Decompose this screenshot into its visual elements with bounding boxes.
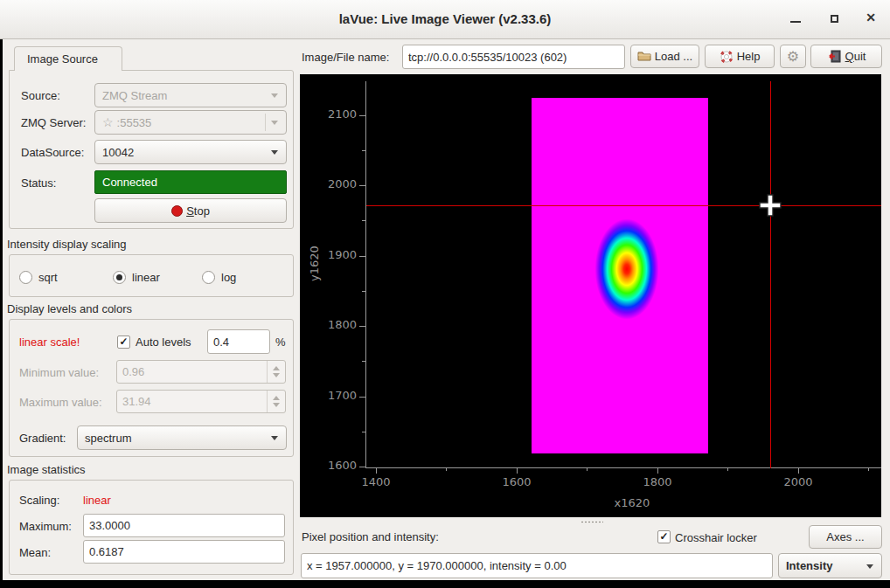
help-button-label: Help [737,50,761,63]
status-badge: Connected [94,170,287,194]
quit-button[interactable]: Quit [810,45,882,68]
levels-section-title: Display levels and colors [7,302,132,315]
quit-door-icon [827,50,842,63]
gradient-label: Gradient: [19,432,66,445]
minimum-value-label: Minimum value: [19,366,99,379]
y-tick [359,467,365,467]
y-tick [359,326,365,327]
spinbox-arrows [267,361,285,383]
load-button-label: Load ... [655,50,692,63]
zmq-server-value: :55535 [117,116,152,129]
y-tick [359,256,365,257]
checkmark-icon: ✓ [119,336,128,348]
y-tick [359,185,365,186]
y-minor-tick [362,432,365,432]
scaling-section-title: Intensity display scaling [7,238,127,251]
radio-sqrt[interactable] [19,271,32,284]
y-tick-label: 2000 [304,177,357,190]
axes-button-label: Axes ... [826,530,864,543]
chevron-down-icon [866,564,873,569]
x-axis-line [365,467,881,468]
axes-button[interactable]: Axes ... [809,525,882,549]
auto-levels-checkbox[interactable]: ✓ [117,336,130,349]
chevron-down-icon [271,93,278,98]
radio-sqrt-label: sqrt [38,271,58,284]
gradient-combobox[interactable]: spectrum [77,425,287,450]
close-icon: ✕ [866,10,876,24]
application-window: laVue: Live Image Viewer (v2.33.6) ✕ Ima… [0,0,890,588]
y-tick [359,115,365,116]
close-button[interactable]: ✕ [859,10,883,31]
splitter-handle[interactable] [581,521,603,523]
radio-linear[interactable] [113,271,126,284]
x-tick [798,468,799,474]
spin-up-icon [273,396,280,400]
y-minor-tick [362,291,365,292]
y-tick-label: 1600 [304,459,357,472]
minimize-icon [790,21,801,23]
image-plot[interactable]: 2100 2000 1900 1800 1700 1600 1400 1600 … [300,74,881,517]
x-minor-tick [446,468,447,471]
stats-scaling-label: Scaling: [19,494,59,507]
checkmark-icon: ✓ [659,530,668,543]
x-tick [517,468,518,474]
tab-image-source[interactable]: Image Source [14,46,122,71]
crosshair-locker-checkbox[interactable]: ✓ [657,530,671,543]
crosshair-horizontal-line [366,205,881,206]
crosshair-cursor-icon [758,193,782,218]
crosshair-vertical-line [770,81,771,468]
y-tick-label: 1800 [304,318,357,331]
y-minor-tick [362,220,365,221]
pixel-position-label: Pixel position and intensity: [302,530,439,543]
maximize-icon [831,15,838,23]
zmq-server-label: ZMQ Server: [21,111,86,135]
chevron-down-icon [271,436,278,440]
scale-warning-label: linear scale! [19,336,80,349]
stop-button[interactable]: Stop [94,198,287,223]
x-minor-tick [727,468,728,471]
tab-image-source-label: Image Source [27,52,98,66]
y-minor-tick [362,361,365,362]
filename-input[interactable] [402,45,625,69]
source-label: Source: [21,84,60,107]
stats-section-title: Image statistics [7,463,86,476]
spin-up-icon [273,366,280,370]
chevron-down-icon [271,150,278,155]
help-lifering-icon [720,50,734,64]
zmq-server-combobox: ☆ :55535 [94,110,287,135]
pixel-position-input[interactable] [301,553,773,578]
y-axis-line [365,81,366,468]
stats-scaling-value: linear [83,494,111,507]
spin-down-icon [273,403,280,407]
help-button[interactable]: Help [705,45,775,68]
folder-icon [637,51,651,62]
stats-mean-label: Mean: [19,546,51,559]
y-tick-label: 2100 [304,107,357,121]
stats-maximum-label: Maximum: [19,520,72,533]
minimize-button[interactable] [783,9,808,30]
datasource-combobox[interactable]: 10042 [94,140,287,164]
minimum-value-spinbox: 0.96 [116,360,286,384]
channel-combobox[interactable]: Intensity [778,553,882,578]
stats-mean-input[interactable] [83,540,285,564]
x-tick [376,468,377,474]
x-minor-tick [587,468,588,471]
settings-button[interactable]: ⚙ [780,45,806,68]
maximize-button[interactable] [822,9,846,30]
datasource-value: 10042 [102,146,134,159]
radio-linear-label: linear [132,271,160,284]
radio-log[interactable] [202,271,215,284]
percent-label: % [275,336,286,349]
maximum-value: 31.94 [122,395,151,408]
x-minor-tick [868,468,869,471]
gear-icon: ⚙ [787,48,799,65]
filename-label: Image/File name: [302,51,389,64]
x-tick-label: 1400 [350,475,402,488]
auto-levels-input[interactable] [207,329,270,354]
y-tick [359,397,365,398]
load-button[interactable]: Load ... [630,45,699,68]
radio-log-label: log [221,271,236,284]
channel-value: Intensity [786,559,832,572]
status-value: Connected [102,176,157,189]
stats-maximum-input[interactable] [83,514,285,537]
